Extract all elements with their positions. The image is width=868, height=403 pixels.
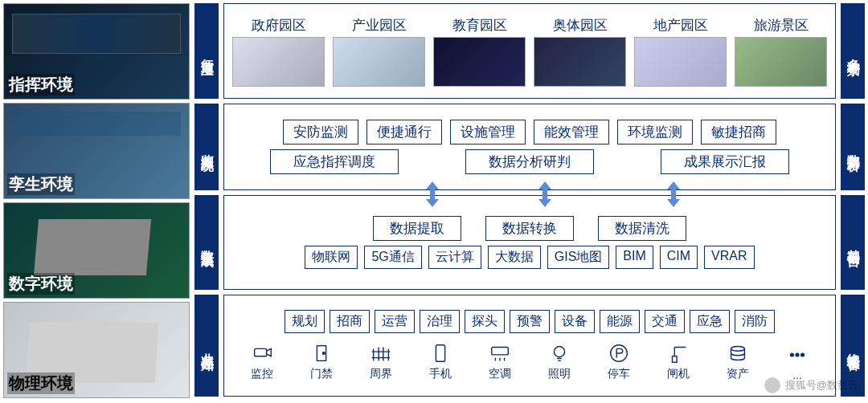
card-gov-park: 政府园区 xyxy=(232,16,325,87)
icon-perimeter: 周界 xyxy=(369,341,393,381)
pane-industry-app: 政府园区 产业园区 教育园区 奥体园区 地产园区 旅游景区 xyxy=(223,3,836,99)
icon-lighting: 照明 xyxy=(547,341,571,381)
thumb-physical-env: 物理环境 xyxy=(3,302,190,398)
bulb-icon xyxy=(547,341,571,365)
svg-point-2 xyxy=(322,352,325,355)
parking-icon xyxy=(607,341,631,365)
box: 物联网 xyxy=(305,246,358,269)
monitor-row-2: 应急指挥调度 数据分析研判 成果展示汇报 xyxy=(232,149,827,174)
box: 探头 xyxy=(465,310,505,333)
environment-thumbs-column: 指挥环境 孪生环境 数字环境 物理环境 xyxy=(3,3,190,398)
thumb-label: 指挥环境 xyxy=(7,74,75,96)
thumb-twin-env: 孪生环境 xyxy=(3,103,190,199)
icon-asset: 资产 xyxy=(726,341,750,381)
svg-point-12 xyxy=(801,353,805,356)
biz-tags-row: 规划 招商 运营 治理 探头 预警 设备 能源 交通 应急 消防 xyxy=(232,310,827,333)
icon-ac: 空调 xyxy=(488,341,512,381)
svg-point-9 xyxy=(731,347,745,352)
box: 数据转换 xyxy=(485,216,574,241)
pane-business-sense: 规划 招商 运营 治理 探头 预警 设备 能源 交通 应急 消防 监控 门禁 周… xyxy=(223,295,836,397)
box: 能源 xyxy=(600,310,640,333)
box: 预警 xyxy=(510,310,550,333)
phone-icon xyxy=(428,341,452,365)
box: 招商 xyxy=(330,310,370,333)
box: 治理 xyxy=(420,310,460,333)
svg-rect-8 xyxy=(673,356,678,363)
watermark-icon xyxy=(764,377,780,393)
vlabel-monitoring-sys: 监测系统 xyxy=(194,104,219,190)
card-industry-park: 产业园区 xyxy=(333,16,425,87)
monitor-row-1: 安防监测 便捷通行 设施管理 能效管理 环境监测 敏捷招商 xyxy=(232,120,827,145)
dots-icon xyxy=(785,343,809,367)
svg-rect-0 xyxy=(255,348,267,356)
box: VRAR xyxy=(704,246,754,269)
thumb-command-env: 指挥环境 xyxy=(3,3,190,100)
box: 应急指挥调度 xyxy=(270,149,399,174)
park-cards-row: 政府园区 产业园区 教育园区 奥体园区 地产园区 旅游景区 xyxy=(232,16,827,87)
watermark-text: 搜狐号@数哲云 xyxy=(785,378,858,393)
ac-icon xyxy=(488,341,512,365)
box: 消防 xyxy=(735,310,775,333)
svg-point-6 xyxy=(554,347,564,357)
icon-access: 门禁 xyxy=(309,341,334,381)
box: 交通 xyxy=(645,310,685,333)
vlabel-data-integration: 数据集成 xyxy=(194,195,219,290)
box: 规划 xyxy=(285,310,325,333)
card-estate-park: 地产园区 xyxy=(634,16,727,87)
box: CIM xyxy=(660,246,698,269)
right-vertical-labels: 多种场景 数据分析 基础平台 终端设备 xyxy=(841,3,865,398)
left-vertical-labels: 行业应用 监测系统 数据集成 业务感知 xyxy=(194,3,219,398)
box: 敏捷招商 xyxy=(701,120,776,145)
box: 应急 xyxy=(690,310,730,333)
stack-icon xyxy=(726,341,750,365)
pane-monitoring: 安防监测 便捷通行 设施管理 能效管理 环境监测 敏捷招商 应急指挥调度 数据分… xyxy=(223,104,836,190)
icon-surveillance: 监控 xyxy=(250,341,274,381)
box: 运营 xyxy=(375,310,415,333)
watermark: 搜狐号@数哲云 xyxy=(764,377,858,393)
camera-icon xyxy=(250,341,274,365)
card-tourism: 旅游景区 xyxy=(735,16,827,87)
box: 能效管理 xyxy=(534,120,609,145)
card-edu-park: 教育园区 xyxy=(433,16,526,87)
door-icon xyxy=(309,341,334,365)
box: 环境监测 xyxy=(617,120,693,145)
thumb-label: 数字环境 xyxy=(7,273,75,295)
arrow-connector xyxy=(223,178,836,210)
svg-rect-5 xyxy=(492,348,509,355)
card-olympic-park: 奥体园区 xyxy=(534,16,626,87)
box: 大数据 xyxy=(488,246,541,269)
icon-gate: 闸机 xyxy=(666,341,690,381)
diagram-root: 指挥环境 孪生环境 数字环境 物理环境 行业应用 监测系统 数据集成 业务感知 … xyxy=(0,0,868,401)
icon-mobile: 手机 xyxy=(428,341,452,381)
tech-row: 物联网 5G通信 云计算 大数据 GIS地图 BIM CIM VRAR xyxy=(232,246,827,269)
thumb-digital-env: 数字环境 xyxy=(3,202,190,299)
icon-parking: 停车 xyxy=(607,341,631,381)
svg-rect-3 xyxy=(436,345,444,362)
vlabel-scenarios: 多种场景 xyxy=(841,3,865,99)
fence-icon xyxy=(369,341,393,365)
box: 安防监测 xyxy=(283,120,358,145)
box: 数据分析研判 xyxy=(465,149,594,174)
box: 设备 xyxy=(555,310,595,333)
icon-more: ... xyxy=(785,343,809,381)
box: 成果展示汇报 xyxy=(661,149,789,174)
svg-point-11 xyxy=(796,353,799,356)
thumb-label: 物理环境 xyxy=(7,372,75,394)
box: GIS地图 xyxy=(547,246,610,269)
main-content: 政府园区 产业园区 教育园区 奥体园区 地产园区 旅游景区 安防监测 便捷通行 … xyxy=(223,3,836,398)
vlabel-data-analysis: 数据分析 xyxy=(841,104,865,190)
box: 便捷通行 xyxy=(366,120,442,145)
vlabel-industry-app: 行业应用 xyxy=(194,3,219,99)
thumb-label: 孪生环境 xyxy=(7,173,75,195)
box: 5G通信 xyxy=(364,246,421,269)
box: 数据清洗 xyxy=(598,216,686,241)
vlabel-base-platform: 基础平台 xyxy=(841,195,865,290)
box: BIM xyxy=(616,246,653,269)
box: 设施管理 xyxy=(450,120,526,145)
box: 数据提取 xyxy=(373,216,461,241)
box: 云计算 xyxy=(428,246,481,269)
vlabel-business-sense: 业务感知 xyxy=(194,295,219,397)
device-icons-row: 监控 门禁 周界 手机 空调 照明 停车 闸机 资产 ... xyxy=(232,341,827,381)
etl-row: 数据提取 数据转换 数据清洗 xyxy=(232,216,827,241)
svg-point-10 xyxy=(791,353,794,356)
